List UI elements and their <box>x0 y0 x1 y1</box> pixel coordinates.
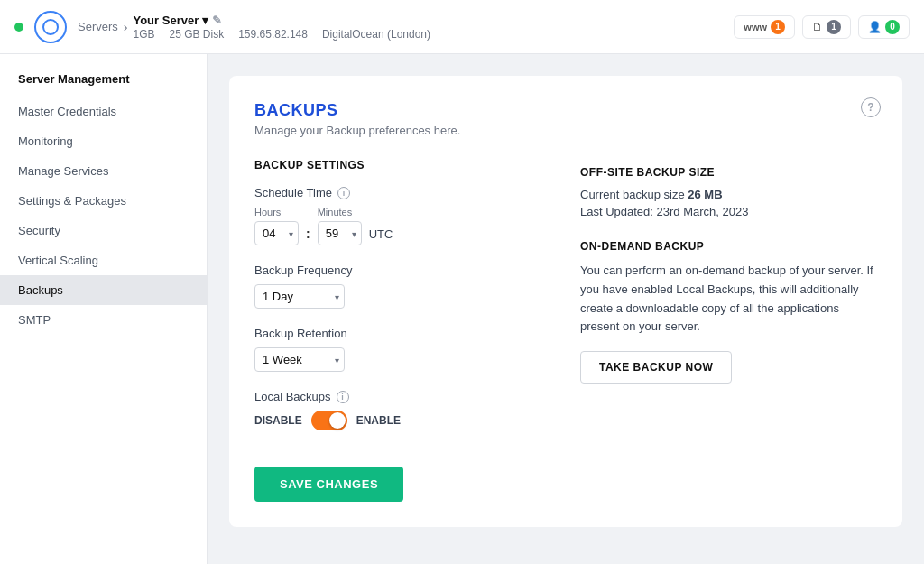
sidebar-item-monitoring[interactable]: Monitoring <box>0 126 207 156</box>
topbar: Servers › Your Server ▾ ✎ 1GB 25 GB Disk… <box>0 0 924 54</box>
backup-settings-panel: BACKUP SETTINGS Schedule Time i Hours <box>254 159 551 502</box>
topbar-right: www 1 🗋 1 👤 0 <box>734 15 910 39</box>
server-disk: 1GB <box>133 28 154 41</box>
user-icon: 👤 <box>868 21 882 33</box>
server-status-dot <box>14 23 23 32</box>
breadcrumb: Servers › Your Server ▾ ✎ 1GB 25 GB Disk… <box>78 14 430 41</box>
enable-label: ENABLE <box>356 414 401 427</box>
backup-size-text: Current backup size 26 MB <box>580 188 877 201</box>
disable-label: DISABLE <box>254 414 302 427</box>
logo <box>34 11 67 43</box>
hours-col: Hours 04 00010203 0506 <box>254 207 299 245</box>
server-location: DigitalOcean (London) <box>322 28 430 41</box>
sidebar-heading: Server Management <box>0 72 207 97</box>
help-icon[interactable]: ? <box>861 97 881 117</box>
content-grid: BACKUP SETTINGS Schedule Time i Hours <box>254 159 877 502</box>
file-icon: 🗋 <box>812 21 823 33</box>
www-count: 1 <box>771 20 785 34</box>
hours-select[interactable]: 04 00010203 0506 <box>254 221 299 245</box>
right-panel: OFF-SITE BACKUP SIZE Current backup size… <box>580 159 877 502</box>
edit-icon[interactable]: ✎ <box>212 14 222 27</box>
breadcrumb-sep: › <box>124 20 128 34</box>
retention-select[interactable]: 1 Week 2 Weeks 1 Month <box>254 347 345 372</box>
time-separator: : <box>306 227 310 241</box>
sidebar-item-backups[interactable]: Backups <box>0 275 207 305</box>
layout: Server Management Master Credentials Mon… <box>0 54 924 564</box>
sidebar-item-vertical-scaling[interactable]: Vertical Scaling <box>0 245 207 275</box>
minutes-select-wrapper: 59 00153045 <box>318 221 362 245</box>
user-count: 0 <box>885 20 900 34</box>
last-updated: Last Updated: 23rd March, 2023 <box>580 205 877 218</box>
on-demand-title: ON-DEMAND BACKUP <box>580 240 877 253</box>
retention-select-wrapper: 1 Week 2 Weeks 1 Month <box>254 347 345 372</box>
sidebar: Server Management Master Credentials Mon… <box>0 54 208 564</box>
toggle-row: DISABLE ENABLE <box>254 411 551 430</box>
take-backup-now-button[interactable]: TAKE BACKUP NOW <box>580 351 732 384</box>
backup-frequency-label: Backup Frequency <box>254 264 551 277</box>
utc-label: UTC <box>369 227 393 241</box>
sidebar-item-smtp[interactable]: SMTP <box>0 305 207 335</box>
page-title: BACKUPS <box>254 101 877 120</box>
content-card: ? BACKUPS Manage your Backup preferences… <box>229 76 902 527</box>
user-badge[interactable]: 👤 0 <box>858 15 910 39</box>
backup-retention-field: Backup Retention 1 Week 2 Weeks 1 Month <box>254 327 551 372</box>
breadcrumb-servers[interactable]: Servers <box>78 20 118 33</box>
main-content: ? BACKUPS Manage your Backup preferences… <box>208 54 924 564</box>
sidebar-item-manage-services[interactable]: Manage Services <box>0 156 207 186</box>
minutes-select[interactable]: 59 00153045 <box>318 221 362 245</box>
sidebar-item-settings-packages[interactable]: Settings & Packages <box>0 186 207 216</box>
local-backups-info-icon[interactable]: i <box>337 391 349 403</box>
backup-frequency-field: Backup Frequency 1 Day 2 Days 7 Days <box>254 264 551 309</box>
offsite-title: OFF-SITE BACKUP SIZE <box>580 166 877 179</box>
time-row: Hours 04 00010203 0506 : <box>254 207 551 245</box>
sidebar-item-master-credentials[interactable]: Master Credentials <box>0 97 207 126</box>
backup-size-value: 26 MB <box>688 188 722 201</box>
local-backups-label: Local Backups i <box>254 390 551 403</box>
server-ip: 159.65.82.148 <box>238 28 308 41</box>
local-backups-toggle[interactable] <box>311 411 347 430</box>
file-badge[interactable]: 🗋 1 <box>802 15 851 39</box>
frequency-select[interactable]: 1 Day 2 Days 7 Days <box>254 284 345 309</box>
sidebar-item-security[interactable]: Security <box>0 216 207 245</box>
hours-select-wrapper: 04 00010203 0506 <box>254 221 299 245</box>
server-storage: 25 GB Disk <box>169 28 224 41</box>
breadcrumb-current: Your Server ▾ ✎ <box>133 14 430 27</box>
hours-label: Hours <box>254 207 299 217</box>
schedule-time-info-icon[interactable]: i <box>337 187 350 199</box>
backup-retention-label: Backup Retention <box>254 327 551 340</box>
minutes-label: Minutes <box>318 207 362 217</box>
page-subtitle: Manage your Backup preferences here. <box>254 124 877 137</box>
www-badge[interactable]: www 1 <box>734 15 795 39</box>
frequency-select-wrapper: 1 Day 2 Days 7 Days <box>254 284 345 309</box>
backup-settings-label: BACKUP SETTINGS <box>254 159 551 171</box>
toggle-knob <box>329 412 346 429</box>
topbar-left: Servers › Your Server ▾ ✎ 1GB 25 GB Disk… <box>14 11 430 43</box>
save-changes-button[interactable]: SAVE CHANGES <box>254 467 403 502</box>
schedule-time-field: Schedule Time i Hours 04 00010203 <box>254 186 551 245</box>
schedule-time-label: Schedule Time i <box>254 186 551 199</box>
file-count: 1 <box>827 20 841 34</box>
logo-inner <box>42 19 59 35</box>
on-demand-desc: You can perform an on-demand backup of y… <box>580 262 877 337</box>
server-meta: 1GB 25 GB Disk 159.65.82.148 DigitalOcea… <box>133 28 430 41</box>
local-backups-field: Local Backups i DISABLE ENABLE <box>254 390 551 430</box>
minutes-col: Minutes 59 00153045 <box>318 207 362 245</box>
